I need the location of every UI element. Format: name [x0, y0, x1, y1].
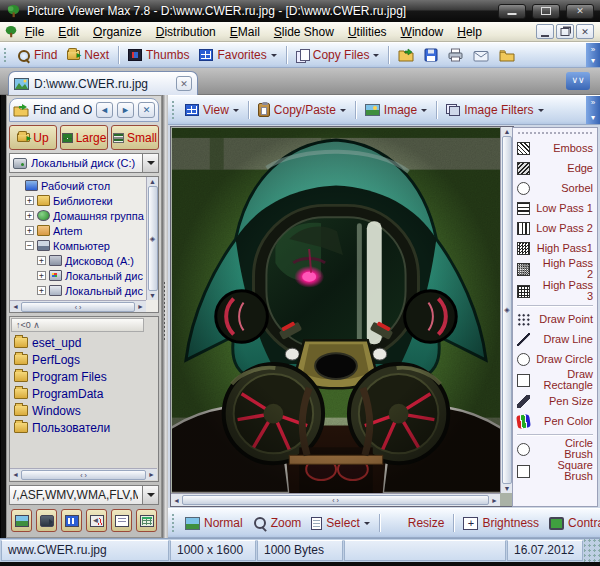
folder-item-perflogs[interactable]: PerfLogs — [11, 351, 157, 368]
panel-close-button[interactable]: ✕ — [138, 102, 155, 118]
document-tab[interactable]: D:\www.CWER.ru.jpg ✕ — [8, 71, 198, 95]
filter-low-pass-2[interactable]: Low Pass 2 — [515, 218, 595, 238]
filetype-dropdown-button[interactable] — [142, 486, 158, 504]
close-button[interactable] — [566, 4, 594, 19]
tree-hscroll-thumb[interactable]: ‹ › — [21, 302, 135, 312]
image-button[interactable]: Image — [360, 101, 432, 119]
tree-item-рабочий-стол[interactable]: Рабочий стол — [11, 178, 146, 193]
favorites-button[interactable]: Favorites — [194, 46, 281, 64]
brightness-button[interactable]: Brightness — [458, 514, 544, 532]
resize-grip-icon[interactable] — [584, 539, 600, 562]
scroll-right-icon[interactable]: ► — [137, 303, 144, 310]
filter-square-brush[interactable]: Square Brush — [515, 460, 595, 482]
mdi-restore-button[interactable] — [556, 24, 574, 39]
contrast-button[interactable]: Contrast — [544, 514, 600, 532]
scroll-right-icon[interactable]: ► — [148, 471, 155, 478]
forward-button[interactable]: ► — [117, 102, 134, 118]
filter-sorbel[interactable]: Sorbel — [515, 178, 595, 198]
scroll-up-icon[interactable]: ▲ — [504, 128, 511, 135]
toolbar-overflow-chevron[interactable]: »▾ — [586, 96, 600, 124]
save-button[interactable] — [419, 46, 443, 64]
expander-icon[interactable]: + — [25, 211, 34, 220]
toolbar-grip[interactable] — [171, 513, 176, 533]
next-button[interactable]: Next — [62, 46, 114, 64]
tab-close-button[interactable]: ✕ — [176, 76, 192, 91]
drive-selector[interactable]: Локальный диск (C:) — [9, 153, 159, 173]
print-button[interactable] — [443, 46, 468, 64]
scroll-right-icon[interactable]: ► — [491, 497, 498, 504]
photo-button[interactable] — [11, 509, 32, 532]
expander-icon[interactable]: + — [25, 226, 34, 235]
image-filters-button[interactable]: Image Filters — [441, 101, 548, 119]
toolbar-overflow-chevron[interactable]: »▾ — [586, 43, 600, 67]
filter-draw-point[interactable]: Draw Point — [515, 309, 595, 329]
copy-paste-button[interactable]: Copy/Paste — [253, 101, 351, 119]
tree-item-компьютер[interactable]: −Компьютер — [11, 238, 146, 253]
folder-item-program-files[interactable]: Program Files — [11, 368, 157, 385]
filter-draw-circle[interactable]: Draw Circle — [515, 349, 595, 369]
scroll-left-icon[interactable]: ◄ — [12, 303, 19, 310]
folder-list-header[interactable]: ↑<0 ∧ — [11, 318, 144, 332]
menu-utilities[interactable]: Utilities — [341, 24, 394, 40]
folder-item-programdata[interactable]: ProgramData — [11, 385, 157, 402]
menu-distribution[interactable]: Distribution — [149, 24, 223, 40]
filter-edge[interactable]: Edge — [515, 158, 595, 178]
tree-item-локальный-дис[interactable]: +Локальный дис — [11, 283, 146, 298]
maximize-button[interactable] — [532, 4, 560, 19]
normal-button[interactable]: Normal — [180, 514, 248, 532]
expander-icon[interactable]: + — [37, 286, 46, 295]
find-button[interactable]: Find — [12, 46, 62, 64]
expander-icon[interactable]: − — [25, 241, 34, 250]
filter-pen-size[interactable]: Pen Size — [515, 391, 595, 411]
tab-overflow-chevron[interactable]: ∨∨ — [566, 72, 590, 90]
folder-button[interactable] — [494, 47, 520, 64]
folder-item-пользователи[interactable]: Пользователи — [11, 419, 157, 436]
filter-circle-brush[interactable]: Circle Brush — [515, 438, 595, 460]
back-button[interactable]: ◄ — [96, 102, 113, 118]
report-button[interactable] — [111, 509, 132, 532]
menu-edit[interactable]: Edit — [51, 24, 86, 40]
calendar-button[interactable] — [136, 509, 157, 532]
panel-drag-handle[interactable] — [517, 131, 593, 135]
mdi-minimize-button[interactable] — [536, 24, 554, 39]
copy-files-button[interactable]: Copy Files — [291, 46, 385, 64]
select-button[interactable]: Select — [306, 514, 374, 532]
filter-emboss[interactable]: Emboss — [515, 138, 595, 158]
menu-help[interactable]: Help — [450, 24, 489, 40]
menu-window[interactable]: Window — [394, 24, 451, 40]
view-button[interactable]: View — [180, 101, 244, 119]
menu-file[interactable]: File — [18, 24, 51, 40]
filter-high-pass-2[interactable]: High Pass 2 — [515, 258, 595, 280]
mdi-close-button[interactable] — [576, 24, 594, 39]
filter-draw-line[interactable]: Draw Line — [515, 329, 595, 349]
scroll-up-icon[interactable]: ▲ — [149, 178, 156, 185]
expander-icon[interactable]: + — [25, 196, 34, 205]
large-view-button[interactable]: Large — [60, 125, 108, 150]
filetype-filter[interactable]: /,ASF,WMV,WMA,FLV,MP4) — [9, 485, 159, 505]
zoom-button[interactable]: Zoom — [248, 514, 307, 532]
filter-high-pass-3[interactable]: High Pass 3 — [515, 280, 595, 302]
open-button[interactable] — [393, 46, 419, 64]
tree-item-библиотеки[interactable]: +Библиотеки — [11, 193, 146, 208]
sound-button[interactable] — [86, 509, 107, 532]
filter-low-pass-1[interactable]: Low Pass 1 — [515, 198, 595, 218]
viewer-image[interactable] — [172, 128, 500, 493]
toolbar-grip[interactable] — [3, 47, 8, 64]
folder-hscroll-thumb[interactable]: ‹ › — [21, 470, 146, 480]
tree-item-локальный-дис[interactable]: +Локальный дис — [11, 268, 146, 283]
folder-item-eset-upd[interactable]: eset_upd — [11, 334, 157, 351]
drive-dropdown-button[interactable] — [142, 154, 158, 172]
expander-icon[interactable]: + — [37, 271, 46, 280]
expander-icon[interactable]: + — [37, 256, 46, 265]
film-button[interactable] — [61, 509, 82, 532]
menu-organize[interactable]: Organize — [86, 24, 149, 40]
folder-horizontal-scrollbar[interactable]: ◄ ‹ › ► — [10, 468, 157, 480]
filter-pen-color[interactable]: Pen Color — [515, 411, 595, 431]
filter-high-pass-1[interactable]: High Pass1 — [515, 238, 595, 258]
menu-slide-show[interactable]: Slide Show — [267, 24, 341, 40]
menu-email[interactable]: EMail — [223, 24, 267, 40]
scroll-left-icon[interactable]: ◄ — [12, 471, 19, 478]
tree-vscroll-thumb[interactable]: ◈ — [148, 186, 158, 291]
camera-button[interactable] — [36, 509, 57, 532]
tree-item-домашняя-группа[interactable]: +Домашняя группа — [11, 208, 146, 223]
